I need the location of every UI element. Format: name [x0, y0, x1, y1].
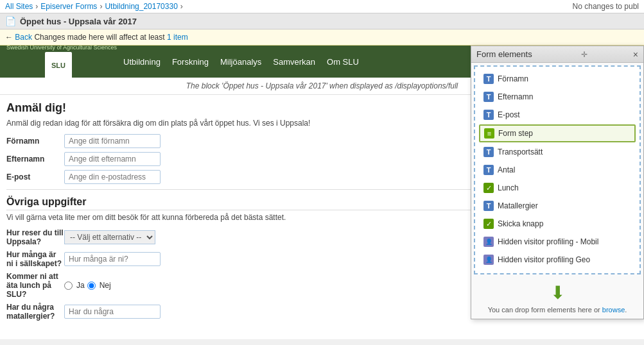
panel-icon-fornamn: T: [483, 74, 494, 84]
panel-icon-epost: T: [483, 110, 494, 120]
panel-icon-form-step: ≡: [484, 128, 494, 139]
input-allergy[interactable]: [64, 305, 161, 319]
panel-label-skicka: Skicka knapp: [498, 219, 543, 228]
field-label-transport: Hur reser du till Uppsala?: [6, 228, 64, 246]
panel-icon-transportsatt: T: [483, 147, 494, 157]
panel-header[interactable]: Form elements ✛ ×: [471, 46, 643, 63]
radio-lunch-nej[interactable]: [87, 282, 96, 290]
page-title: Öppet hus - Uppsala vår 2017: [20, 17, 137, 26]
panel-item-antal[interactable]: T Antal: [479, 162, 636, 178]
page-title-bar: 📄 Öppet hus - Uppsala vår 2017: [0, 13, 644, 29]
panel-label-matallergier: Matallergier: [498, 201, 538, 210]
panel-icon-matallergier: T: [483, 201, 494, 211]
panel-close-button[interactable]: ×: [633, 50, 638, 59]
form-elements-panel: Form elements ✛ × T Förnamn T Efternamn …: [471, 46, 644, 319]
panel-item-lunch[interactable]: ✓ Lunch: [479, 180, 636, 196]
input-fornamn[interactable]: [64, 134, 161, 148]
field-label-allergy: Har du några matallergier?: [6, 303, 64, 321]
drop-arrow: ⬇: [476, 282, 638, 303]
panel-label-transportsatt: Transportsätt: [498, 147, 543, 156]
drop-text: You can drop form elements here or: [488, 306, 600, 314]
slu-logo: SLU: [45, 52, 72, 79]
back-bar: ← Back Changes made here will affect at …: [0, 29, 644, 46]
breadcrumb-sep2: ›: [100, 2, 102, 11]
panel-icon-antal: T: [483, 165, 494, 175]
panel-label-lunch: Lunch: [498, 183, 519, 192]
panel-label-form-step: Form step: [498, 129, 533, 138]
panel-body: T Förnamn T Efternamn T E-post ≡ Form st…: [474, 65, 641, 274]
panel-label-epost: E-post: [498, 110, 520, 119]
field-label-lunch: Kommer ni att äta lunch på SLU?: [6, 272, 64, 299]
panel-label-hidden-geo: Hidden visitor profiling Geo: [498, 255, 590, 264]
no-changes-text: No changes to publ: [573, 2, 639, 11]
input-epost[interactable]: [64, 170, 161, 184]
slu-logo-text: SLU: [51, 62, 65, 69]
panel-item-epost[interactable]: T E-post: [479, 106, 636, 123]
radio-group-lunch: Ja Nej: [64, 281, 111, 290]
page-icon: 📄: [5, 16, 16, 26]
nav-utbildning[interactable]: Utbildning: [123, 57, 161, 67]
panel-icon-lunch: ✓: [483, 183, 494, 193]
panel-item-form-step[interactable]: ≡ Form step: [479, 124, 636, 142]
panel-item-hidden-mobil[interactable]: 👤 Hidden visitor profiling - Mobil: [479, 233, 636, 250]
panel-label-hidden-mobil: Hidden visitor profiling - Mobil: [498, 237, 598, 246]
field-label-efternamn: Efternamn: [6, 155, 64, 164]
university-name: Swedish University of Agricultural Scien…: [6, 46, 117, 51]
panel-icon-skicka: ✓: [483, 219, 494, 229]
back-item-link[interactable]: 1 item: [167, 33, 188, 42]
breadcrumb-all-sites[interactable]: All Sites: [5, 2, 33, 11]
field-label-fornamn: Förnamn: [6, 137, 64, 146]
drop-browse-link[interactable]: browse: [602, 306, 625, 314]
select-transport[interactable]: -- Välj ett alternativ --: [64, 230, 155, 244]
radio-ja-label: Ja: [76, 281, 85, 290]
panel-item-transportsatt[interactable]: T Transportsätt: [479, 144, 636, 160]
slu-nav: Utbildning Forskning Miljöanalys Samverk…: [123, 57, 359, 67]
panel-item-skicka[interactable]: ✓ Skicka knapp: [479, 215, 636, 232]
field-label-epost: E-post: [6, 172, 64, 181]
input-efternamn[interactable]: [64, 152, 161, 166]
panel-item-fornamn[interactable]: T Förnamn: [479, 71, 636, 87]
panel-label-antal: Antal: [498, 165, 515, 174]
nav-samverkan[interactable]: Samverkan: [273, 57, 315, 67]
back-link[interactable]: Back: [15, 33, 32, 42]
breadcrumb-episerver[interactable]: Episerver Forms: [40, 2, 97, 11]
input-antal[interactable]: [64, 252, 161, 266]
main-content: Swedish University of Agricultural Scien…: [0, 46, 644, 339]
panel-drop-area: ⬇ You can drop form elements here or bro…: [471, 277, 643, 319]
move-icon: ✛: [581, 50, 587, 59]
breadcrumb: All Sites › Episerver Forms › Utbildning…: [5, 2, 183, 11]
panel-label-fornamn: Förnamn: [498, 74, 528, 83]
panel-label-efternamn: Efternamn: [498, 92, 533, 101]
top-bar: All Sites › Episerver Forms › Utbildning…: [0, 0, 644, 13]
panel-icon-hidden-geo: 👤: [483, 255, 494, 265]
panel-icon-efternamn: T: [483, 92, 494, 102]
nav-om-slu[interactable]: Om SLU: [327, 57, 359, 67]
panel-item-efternamn[interactable]: T Efternamn: [479, 88, 636, 105]
panel-title: Form elements: [476, 49, 532, 59]
breadcrumb-sep1: ›: [35, 2, 38, 11]
field-label-antal: Hur många är ni i sällskapet?: [6, 250, 64, 268]
nav-forskning[interactable]: Forskning: [172, 57, 209, 67]
radio-lunch-ja[interactable]: [64, 282, 73, 290]
panel-item-hidden-geo[interactable]: 👤 Hidden visitor profiling Geo: [479, 251, 636, 268]
panel-icon-hidden-mobil: 👤: [483, 237, 494, 247]
nav-miljöanalys[interactable]: Miljöanalys: [220, 57, 261, 67]
breadcrumb-sep3: ›: [180, 2, 183, 11]
radio-nej-label: Nej: [100, 281, 111, 290]
breadcrumb-utbildning[interactable]: Utbildning_20170330: [105, 2, 177, 11]
panel-item-matallergier[interactable]: T Matallergier: [479, 198, 636, 214]
back-message: Changes made here will affect at least: [34, 33, 164, 42]
